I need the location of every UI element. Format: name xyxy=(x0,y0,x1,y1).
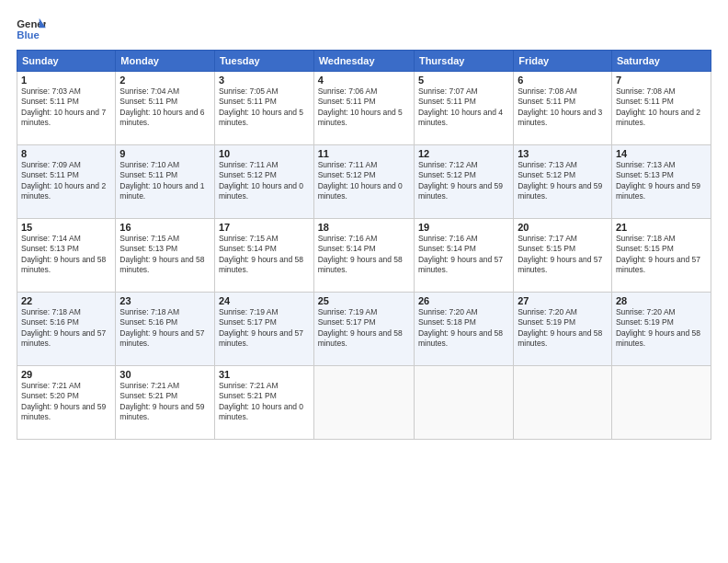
logo-icon: General Blue xyxy=(17,17,46,42)
day-info: Sunrise: 7:20 AMSunset: 5:19 PMDaylight:… xyxy=(616,307,707,350)
day-info: Sunrise: 7:21 AMSunset: 5:21 PMDaylight:… xyxy=(219,381,310,423)
day-info: Sunrise: 7:21 AMSunset: 5:20 PMDaylight:… xyxy=(21,381,111,423)
day-info: Sunrise: 7:18 AMSunset: 5:16 PMDaylight:… xyxy=(119,307,210,350)
day-info: Sunrise: 7:11 AMSunset: 5:12 PMDaylight:… xyxy=(318,160,410,202)
day-info: Sunrise: 7:18 AMSunset: 5:16 PMDaylight:… xyxy=(21,307,111,350)
day-number: 13 xyxy=(518,148,608,159)
calendar-cell: 11Sunrise: 7:11 AMSunset: 5:12 PMDayligh… xyxy=(313,145,414,219)
calendar-cell: 7Sunrise: 7:08 AMSunset: 5:11 PMDaylight… xyxy=(611,72,711,145)
day-number: 26 xyxy=(418,295,509,306)
day-info: Sunrise: 7:07 AMSunset: 5:11 PMDaylight:… xyxy=(418,86,509,129)
calendar-week-row: 22Sunrise: 7:18 AMSunset: 5:16 PMDayligh… xyxy=(17,293,711,366)
day-number: 14 xyxy=(616,148,707,159)
calendar-cell: 25Sunrise: 7:19 AMSunset: 5:17 PMDayligh… xyxy=(313,293,414,366)
calendar-cell: 29Sunrise: 7:21 AMSunset: 5:20 PMDayligh… xyxy=(17,366,116,440)
day-info: Sunrise: 7:08 AMSunset: 5:11 PMDaylight:… xyxy=(616,86,707,129)
day-info: Sunrise: 7:14 AMSunset: 5:13 PMDaylight:… xyxy=(21,234,111,276)
calendar-cell: 2Sunrise: 7:04 AMSunset: 5:11 PMDaylight… xyxy=(116,72,215,145)
day-info: Sunrise: 7:17 AMSunset: 5:15 PMDaylight:… xyxy=(518,234,608,276)
day-number: 29 xyxy=(21,369,111,380)
day-info: Sunrise: 7:03 AMSunset: 5:11 PMDaylight:… xyxy=(21,86,111,129)
calendar-cell: 9Sunrise: 7:10 AMSunset: 5:11 PMDaylight… xyxy=(116,145,215,219)
calendar-week-row: 29Sunrise: 7:21 AMSunset: 5:20 PMDayligh… xyxy=(17,366,711,440)
calendar-cell xyxy=(313,366,414,440)
calendar-cell: 8Sunrise: 7:09 AMSunset: 5:11 PMDaylight… xyxy=(17,145,116,219)
calendar-week-row: 8Sunrise: 7:09 AMSunset: 5:11 PMDaylight… xyxy=(17,145,711,219)
day-number: 20 xyxy=(518,222,608,233)
day-info: Sunrise: 7:16 AMSunset: 5:14 PMDaylight:… xyxy=(318,234,410,276)
day-number: 9 xyxy=(119,148,210,159)
calendar-cell: 6Sunrise: 7:08 AMSunset: 5:11 PMDaylight… xyxy=(514,72,612,145)
calendar-cell: 18Sunrise: 7:16 AMSunset: 5:14 PMDayligh… xyxy=(313,219,414,293)
day-number: 19 xyxy=(418,222,509,233)
day-number: 11 xyxy=(318,148,410,159)
page: General Blue SundayMondayTuesdayWednesda… xyxy=(0,0,728,563)
day-info: Sunrise: 7:21 AMSunset: 5:21 PMDaylight:… xyxy=(119,381,210,423)
day-info: Sunrise: 7:13 AMSunset: 5:13 PMDaylight:… xyxy=(616,160,707,202)
calendar-table: SundayMondayTuesdayWednesdayThursdayFrid… xyxy=(17,50,711,440)
day-info: Sunrise: 7:13 AMSunset: 5:12 PMDaylight:… xyxy=(518,160,608,202)
day-number: 5 xyxy=(418,75,509,86)
calendar-cell: 5Sunrise: 7:07 AMSunset: 5:11 PMDaylight… xyxy=(414,72,513,145)
day-number: 8 xyxy=(21,148,111,159)
day-number: 17 xyxy=(219,222,310,233)
calendar-cell xyxy=(414,366,513,440)
day-info: Sunrise: 7:06 AMSunset: 5:11 PMDaylight:… xyxy=(318,86,410,129)
weekday-header: Saturday xyxy=(611,51,711,72)
weekday-header: Tuesday xyxy=(214,51,313,72)
day-info: Sunrise: 7:15 AMSunset: 5:13 PMDaylight:… xyxy=(119,234,210,276)
calendar-cell: 19Sunrise: 7:16 AMSunset: 5:14 PMDayligh… xyxy=(414,219,513,293)
header: General Blue xyxy=(17,17,711,42)
day-number: 30 xyxy=(119,369,210,380)
day-info: Sunrise: 7:09 AMSunset: 5:11 PMDaylight:… xyxy=(21,160,111,202)
day-number: 6 xyxy=(518,75,608,86)
day-info: Sunrise: 7:16 AMSunset: 5:14 PMDaylight:… xyxy=(418,234,509,276)
calendar-cell: 14Sunrise: 7:13 AMSunset: 5:13 PMDayligh… xyxy=(611,145,711,219)
day-number: 12 xyxy=(418,148,509,159)
day-number: 22 xyxy=(21,295,111,306)
day-info: Sunrise: 7:20 AMSunset: 5:19 PMDaylight:… xyxy=(518,307,608,350)
day-number: 3 xyxy=(219,75,310,86)
day-number: 23 xyxy=(119,295,210,306)
day-info: Sunrise: 7:19 AMSunset: 5:17 PMDaylight:… xyxy=(318,307,410,350)
day-number: 21 xyxy=(616,222,707,233)
weekday-header: Monday xyxy=(116,51,215,72)
day-info: Sunrise: 7:12 AMSunset: 5:12 PMDaylight:… xyxy=(418,160,509,202)
weekday-header: Sunday xyxy=(17,51,116,72)
svg-text:Blue: Blue xyxy=(17,29,40,40)
day-info: Sunrise: 7:15 AMSunset: 5:14 PMDaylight:… xyxy=(219,234,310,276)
day-info: Sunrise: 7:04 AMSunset: 5:11 PMDaylight:… xyxy=(119,86,210,129)
calendar-cell: 13Sunrise: 7:13 AMSunset: 5:12 PMDayligh… xyxy=(514,145,612,219)
calendar-cell: 30Sunrise: 7:21 AMSunset: 5:21 PMDayligh… xyxy=(116,366,215,440)
calendar-cell: 22Sunrise: 7:18 AMSunset: 5:16 PMDayligh… xyxy=(17,293,116,366)
calendar-week-row: 15Sunrise: 7:14 AMSunset: 5:13 PMDayligh… xyxy=(17,219,711,293)
calendar-cell: 28Sunrise: 7:20 AMSunset: 5:19 PMDayligh… xyxy=(611,293,711,366)
day-number: 31 xyxy=(219,369,310,380)
calendar-body: 1Sunrise: 7:03 AMSunset: 5:11 PMDaylight… xyxy=(17,72,711,440)
day-number: 24 xyxy=(219,295,310,306)
day-info: Sunrise: 7:10 AMSunset: 5:11 PMDaylight:… xyxy=(119,160,210,202)
weekday-header: Wednesday xyxy=(313,51,414,72)
calendar-cell: 27Sunrise: 7:20 AMSunset: 5:19 PMDayligh… xyxy=(514,293,612,366)
weekday-header: Thursday xyxy=(414,51,513,72)
day-number: 7 xyxy=(616,75,707,86)
day-number: 2 xyxy=(119,75,210,86)
calendar-cell: 17Sunrise: 7:15 AMSunset: 5:14 PMDayligh… xyxy=(214,219,313,293)
calendar-cell: 4Sunrise: 7:06 AMSunset: 5:11 PMDaylight… xyxy=(313,72,414,145)
day-number: 25 xyxy=(318,295,410,306)
day-info: Sunrise: 7:11 AMSunset: 5:12 PMDaylight:… xyxy=(219,160,310,202)
day-info: Sunrise: 7:18 AMSunset: 5:15 PMDaylight:… xyxy=(616,234,707,276)
calendar-cell: 3Sunrise: 7:05 AMSunset: 5:11 PMDaylight… xyxy=(214,72,313,145)
calendar-cell: 15Sunrise: 7:14 AMSunset: 5:13 PMDayligh… xyxy=(17,219,116,293)
logo: General Blue xyxy=(17,17,46,42)
calendar-cell: 26Sunrise: 7:20 AMSunset: 5:18 PMDayligh… xyxy=(414,293,513,366)
calendar-cell: 23Sunrise: 7:18 AMSunset: 5:16 PMDayligh… xyxy=(116,293,215,366)
day-number: 4 xyxy=(318,75,410,86)
calendar-cell: 12Sunrise: 7:12 AMSunset: 5:12 PMDayligh… xyxy=(414,145,513,219)
calendar-cell: 24Sunrise: 7:19 AMSunset: 5:17 PMDayligh… xyxy=(214,293,313,366)
calendar-cell: 20Sunrise: 7:17 AMSunset: 5:15 PMDayligh… xyxy=(514,219,612,293)
day-number: 18 xyxy=(318,222,410,233)
day-number: 1 xyxy=(21,75,111,86)
weekday-header: Friday xyxy=(514,51,612,72)
day-info: Sunrise: 7:19 AMSunset: 5:17 PMDaylight:… xyxy=(219,307,310,350)
